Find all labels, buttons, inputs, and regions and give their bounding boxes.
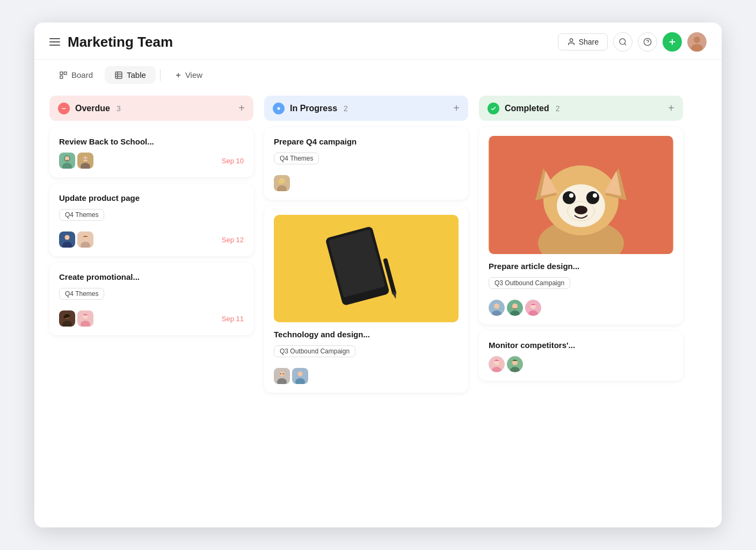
- card-tag: Q3 Outbound Campaign: [274, 345, 355, 357]
- add-button[interactable]: [663, 32, 682, 52]
- completed-count: 2: [556, 104, 560, 113]
- person-woman2-icon: [507, 356, 523, 372]
- board: Overdue 3 + Review Back to School...: [34, 90, 722, 527]
- person-glasses-icon: [77, 153, 93, 169]
- avatar-1: [59, 153, 75, 169]
- tab-add-view[interactable]: View: [165, 66, 212, 84]
- svg-point-64: [563, 191, 576, 204]
- card-title: Review Back to School...: [59, 136, 244, 147]
- svg-rect-51: [280, 373, 281, 374]
- person-glasses-man2-icon: [274, 368, 290, 384]
- card-avatars: [274, 175, 290, 191]
- column-overdue: Overdue 3 + Review Back to School...: [49, 96, 253, 512]
- svg-point-7: [694, 37, 700, 43]
- card-footer: [274, 368, 459, 384]
- card-review-back-to-school[interactable]: Review Back to School...: [49, 127, 253, 177]
- avatar-3: [59, 231, 75, 248]
- person-man3-icon: [489, 300, 505, 316]
- tablet-illustration: [318, 226, 415, 312]
- in-progress-status-icon: [273, 103, 285, 114]
- person-pink-woman-icon: [525, 300, 541, 316]
- svg-rect-9: [60, 72, 63, 75]
- svg-rect-45: [329, 229, 386, 298]
- help-button[interactable]: [638, 32, 657, 52]
- share-icon: [567, 38, 576, 46]
- card-prepare-q4-campaign[interactable]: Prepare Q4 campaign Q4 Themes: [264, 127, 468, 200]
- avatar-8: [274, 368, 290, 384]
- avatar-5: [59, 310, 75, 327]
- column-in-progress: In Progress 2 + Prepare Q4 campaign Q4 T…: [264, 96, 468, 512]
- page-title: Marketing Team: [68, 34, 173, 50]
- svg-point-22: [65, 156, 69, 161]
- svg-point-65: [586, 191, 599, 204]
- circle-dot-icon: [275, 105, 282, 112]
- card-avatars: [489, 356, 523, 372]
- column-completed: Completed 2 +: [479, 96, 683, 512]
- card-image-corgi: [489, 136, 673, 254]
- svg-point-54: [298, 372, 303, 377]
- overdue-title: Overdue: [75, 104, 110, 113]
- card-update-product-page[interactable]: Update product page Q4 Themes: [49, 184, 253, 256]
- svg-marker-47: [392, 292, 398, 300]
- svg-point-29: [65, 235, 70, 240]
- header-right: Share: [558, 32, 707, 52]
- person-beard-icon: [59, 153, 75, 169]
- board-icon: [59, 71, 68, 79]
- card-create-promotional[interactable]: Create promotional... Q4 Themes: [49, 263, 253, 335]
- column-header-completed: Completed 2 +: [479, 96, 683, 121]
- header: Marketing Team Share: [34, 23, 722, 60]
- card-image-tablet: [274, 215, 459, 322]
- card-date: Sep 11: [222, 315, 244, 323]
- person-woman-icon: [77, 231, 93, 248]
- card-avatars: [59, 310, 93, 327]
- completed-add-button[interactable]: +: [668, 102, 674, 114]
- card-prepare-article-design[interactable]: Prepare article design... Q3 Outbound Ca…: [479, 127, 683, 324]
- card-avatars: [59, 231, 93, 248]
- card-title: Create promotional...: [59, 271, 244, 283]
- person-blonde-woman-icon: [274, 175, 290, 191]
- card-date: Sep 10: [222, 157, 244, 165]
- user-avatar[interactable]: [687, 32, 707, 52]
- in-progress-title: In Progress: [290, 104, 337, 113]
- search-button[interactable]: [613, 32, 633, 52]
- svg-rect-52: [282, 373, 284, 374]
- svg-rect-10: [60, 76, 63, 78]
- svg-point-0: [570, 39, 572, 41]
- card-technology-design[interactable]: Technology and design... Q3 Outbound Cam…: [264, 206, 468, 393]
- overdue-add-button[interactable]: +: [238, 102, 245, 114]
- avatar-7: [274, 175, 290, 191]
- minus-icon: [61, 105, 67, 112]
- tab-board[interactable]: Board: [49, 66, 103, 84]
- search-icon: [619, 38, 627, 46]
- app-window: Marketing Team Share: [34, 23, 722, 527]
- card-footer: Sep 11: [59, 310, 244, 327]
- card-date: Sep 12: [222, 236, 244, 244]
- table-icon: [114, 71, 123, 79]
- in-progress-add-button[interactable]: +: [453, 102, 460, 114]
- svg-rect-12: [115, 72, 122, 78]
- tab-divider: [160, 69, 161, 81]
- card-tag: Q4 Themes: [59, 288, 104, 300]
- share-button[interactable]: Share: [558, 33, 608, 50]
- menu-icon[interactable]: [49, 38, 60, 46]
- card-title: Technology and design...: [274, 329, 459, 340]
- svg-rect-26: [83, 158, 85, 160]
- plus-icon: [175, 71, 182, 79]
- in-progress-count: 2: [344, 104, 348, 113]
- overdue-count: 3: [117, 104, 121, 113]
- avatar-6: [77, 310, 93, 327]
- avatar-9: [292, 368, 308, 384]
- column-header-in-progress: In Progress 2 +: [264, 96, 468, 121]
- user-avatar-icon: [687, 32, 707, 52]
- person-dark-woman-icon: [59, 310, 75, 327]
- avatar-4: [77, 231, 93, 248]
- person-pink-hair-icon: [77, 310, 93, 327]
- tab-table[interactable]: Table: [105, 66, 156, 84]
- card-title: Prepare article design...: [489, 260, 673, 272]
- card-title: Update product page: [59, 192, 244, 204]
- card-monitor-competitors[interactable]: Monitor competitors'...: [479, 331, 683, 381]
- person-pink-hair2-icon: [489, 356, 505, 372]
- card-tag: Q4 Themes: [274, 153, 319, 164]
- card-tag: Q3 Outbound Campaign: [489, 277, 570, 289]
- svg-point-68: [575, 206, 587, 214]
